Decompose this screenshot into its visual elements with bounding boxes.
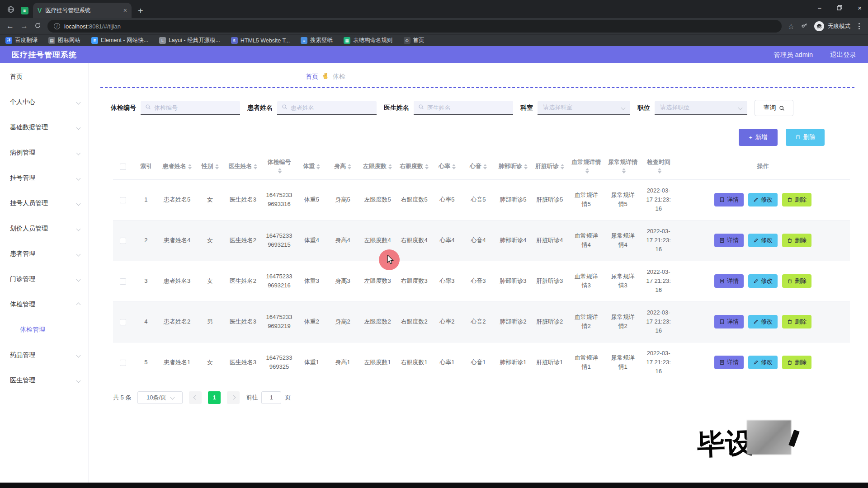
- sort-icon[interactable]: [658, 168, 661, 174]
- sidebar-item-physical-exam-sub[interactable]: 体检管理: [0, 317, 88, 343]
- column-label: 尿常规详情: [608, 159, 637, 165]
- chevron-down-icon: [76, 201, 81, 206]
- sort-icon[interactable]: [348, 164, 351, 169]
- green-doc-pinned-icon[interactable]: ≡: [21, 7, 28, 14]
- bookmark-baidu-translate[interactable]: 译百度翻译: [5, 37, 38, 44]
- sidebar-item-patient[interactable]: 患者管理: [0, 241, 88, 267]
- address-bar[interactable]: i localhost:8081/#/tijian: [47, 20, 782, 33]
- sidebar-item-home[interactable]: 首页: [0, 64, 88, 89]
- incognito-icon: [814, 21, 824, 31]
- edit-button[interactable]: 修改: [748, 193, 778, 206]
- delete-button[interactable]: 删除: [782, 274, 811, 288]
- sort-icon[interactable]: [188, 164, 192, 169]
- bookmark-icon-site[interactable]: ▤图标网站: [48, 37, 80, 44]
- row-checkbox[interactable]: [120, 197, 126, 203]
- bookmark-table-naming[interactable]: ▦表结构命名规则: [344, 37, 393, 44]
- table-cell: 肺部听诊4: [495, 220, 531, 261]
- sidebar-item-physical-exam[interactable]: 体检管理: [0, 292, 88, 317]
- search-button[interactable]: 查询: [755, 100, 793, 116]
- table-cell: 女: [195, 261, 225, 301]
- delete-button[interactable]: 删除: [782, 356, 811, 369]
- forward-icon[interactable]: →: [20, 22, 28, 31]
- sort-icon[interactable]: [316, 164, 320, 169]
- sort-icon[interactable]: [278, 168, 282, 174]
- window-close-button[interactable]: ×: [858, 4, 862, 12]
- page-number-active[interactable]: 1: [208, 391, 221, 404]
- sidebar-item-pricing-staff[interactable]: 划价人员管理: [0, 216, 88, 241]
- sort-icon[interactable]: [254, 164, 257, 169]
- select-all-checkbox[interactable]: [120, 164, 126, 170]
- detail-button[interactable]: 详情: [714, 274, 744, 288]
- edit-button[interactable]: 修改: [748, 274, 778, 288]
- delete-button[interactable]: 删除: [782, 315, 811, 328]
- sort-icon[interactable]: [215, 164, 219, 169]
- sort-icon[interactable]: [483, 164, 487, 169]
- chevron-down-icon: [76, 353, 81, 357]
- sort-icon[interactable]: [524, 164, 528, 169]
- edit-button[interactable]: 修改: [748, 315, 778, 328]
- current-user[interactable]: 管理员 admin: [774, 51, 813, 59]
- globe-pinned-icon[interactable]: [7, 6, 14, 15]
- sidebar-item-outpatient[interactable]: 门诊管理: [0, 267, 88, 292]
- sidebar-item-registration-staff[interactable]: 挂号人员管理: [0, 191, 88, 216]
- bookmark-star-icon[interactable]: ☆: [788, 22, 794, 31]
- detail-button[interactable]: 详情: [714, 193, 744, 206]
- prev-page-button[interactable]: [189, 391, 202, 404]
- new-tab-button[interactable]: +: [138, 6, 143, 16]
- detail-button[interactable]: 详情: [714, 234, 744, 247]
- bookmark-html5-website[interactable]: 5HTML5 Website T...: [231, 37, 290, 44]
- logout-button[interactable]: 退出登录: [830, 51, 856, 59]
- bookmark-homepage[interactable]: ⊙首页: [404, 37, 425, 44]
- next-page-button[interactable]: [227, 391, 240, 404]
- bookmark-layui[interactable]: LLayui - 经典开源模...: [159, 37, 220, 44]
- edit-button[interactable]: 修改: [748, 356, 778, 369]
- patient-name-input[interactable]: [291, 104, 372, 111]
- sidebar-item-case-management[interactable]: 病例管理: [0, 140, 88, 165]
- site-info-icon[interactable]: i: [54, 23, 60, 29]
- edit-button[interactable]: 修改: [748, 234, 778, 247]
- sidebar-item-personal-center[interactable]: 个人中心: [0, 89, 88, 115]
- row-checkbox[interactable]: [120, 238, 126, 244]
- bulk-delete-button[interactable]: 删除: [786, 129, 825, 146]
- sidebar-item-doctor[interactable]: 医生管理: [0, 368, 88, 393]
- active-tab[interactable]: V 医疗挂号管理系统 ×: [33, 3, 132, 18]
- row-checkbox[interactable]: [120, 360, 126, 366]
- sort-icon[interactable]: [585, 168, 589, 174]
- sidebar-item-registration[interactable]: 挂号管理: [0, 165, 88, 191]
- select-placeholder: 请选择科室: [543, 103, 572, 112]
- back-icon[interactable]: ←: [6, 22, 14, 31]
- position-select[interactable]: 请选择职位: [655, 101, 747, 115]
- sort-icon[interactable]: [561, 164, 564, 169]
- page-size-select[interactable]: 10条/页: [137, 391, 183, 404]
- detail-button[interactable]: 详情: [714, 356, 744, 369]
- table-cell: 医生姓名3: [225, 342, 261, 383]
- row-checkbox[interactable]: [120, 319, 126, 325]
- row-actions: 详情修改删除: [680, 274, 846, 288]
- sidebar-item-medicine[interactable]: 药品管理: [0, 343, 88, 368]
- key-icon[interactable]: [801, 22, 808, 31]
- bookmark-element[interactable]: EElement - 网站快...: [91, 37, 148, 44]
- reload-icon[interactable]: [34, 22, 41, 31]
- add-button[interactable]: + 新增: [739, 129, 778, 146]
- doctor-name-input[interactable]: [427, 104, 509, 111]
- department-select[interactable]: 请选择科室: [538, 101, 630, 115]
- tab-close-icon[interactable]: ×: [123, 7, 127, 14]
- sidebar-item-base-data[interactable]: 基础数据管理: [0, 115, 88, 140]
- sort-icon[interactable]: [622, 168, 626, 174]
- bookmark-wallpaper-search[interactable]: ≡搜索壁纸: [301, 37, 333, 44]
- breadcrumb-home-link[interactable]: 首页: [306, 73, 318, 81]
- exam-no-input[interactable]: [154, 104, 236, 111]
- sort-icon[interactable]: [452, 164, 456, 169]
- detail-button[interactable]: 详情: [714, 315, 744, 328]
- window-restore-button[interactable]: [837, 4, 842, 12]
- delete-button[interactable]: 删除: [782, 234, 811, 247]
- browser-menu-icon[interactable]: [857, 23, 862, 29]
- sort-icon[interactable]: [388, 164, 392, 169]
- filter-position: 职位请选择职位: [637, 101, 747, 115]
- row-checkbox[interactable]: [120, 278, 126, 285]
- goto-page-input[interactable]: [261, 391, 281, 404]
- sort-icon[interactable]: [425, 164, 429, 169]
- window-minimize-button[interactable]: −: [817, 4, 821, 12]
- table-cell: 心音1: [462, 342, 495, 383]
- delete-button[interactable]: 删除: [782, 193, 811, 206]
